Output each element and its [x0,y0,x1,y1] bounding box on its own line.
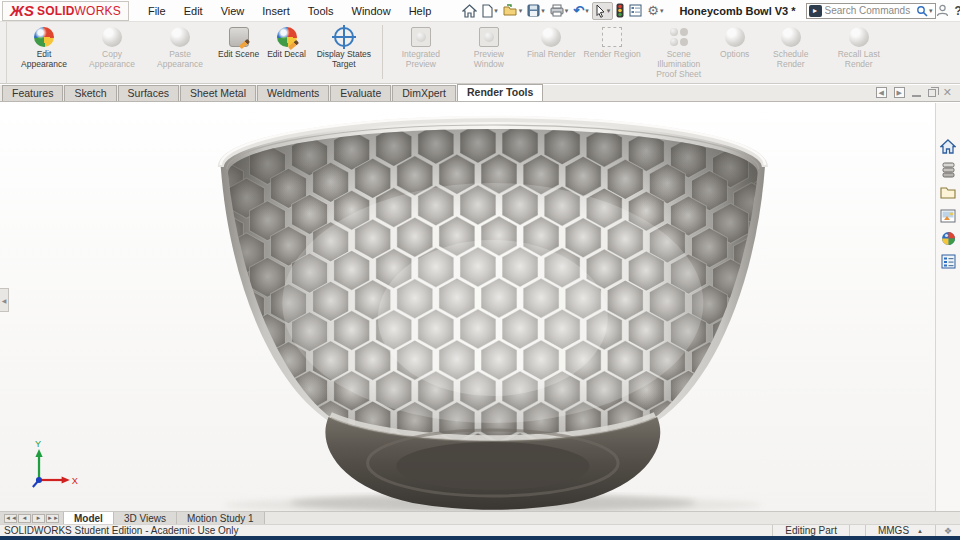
tab-surfaces[interactable]: Surfaces [118,85,179,101]
ribbon-button-label: Schedule Render [761,49,821,69]
menu-window[interactable]: Window [343,2,400,20]
hexagon-hole [713,426,749,466]
search-caret-icon[interactable]: ▾ [929,7,933,15]
edit-scene-button[interactable]: Edit Scene [214,25,263,59]
doc-close-button[interactable]: ✕ [943,86,952,99]
ball-gray-icon [781,27,801,47]
decal-icon [277,27,297,47]
ribbon-group-divider [382,25,383,79]
save-icon[interactable]: ▾ [525,2,547,20]
select-cursor-icon[interactable]: ▾ [592,2,614,20]
first-tab-icon[interactable]: ◄◄ [4,514,17,523]
menu-tools[interactable]: Tools [299,2,343,20]
tab-motion-study-1[interactable]: Motion Study 1 [177,512,265,524]
tab-dimxpert[interactable]: DimXpert [392,85,456,101]
document-title: Honeycomb Bowl V3 * [679,5,795,17]
menu-view[interactable]: View [212,2,254,20]
home-icon[interactable] [460,2,479,20]
hexagon-hole [755,222,791,262]
edit-decal-button[interactable]: Edit Decal [263,25,310,59]
ribbon-button-label: Edit Appearance [14,49,74,69]
search-commands-box[interactable]: ▸ ▾ [806,3,936,19]
ball-color-icon [34,27,54,47]
prev-tab-icon[interactable]: ◄ [18,514,31,523]
taskbar-edge [0,536,960,540]
ball-gray-icon [170,27,190,47]
doc-minimize-button[interactable] [912,88,921,97]
view-palette-icon[interactable] [938,206,959,225]
menu-insert[interactable]: Insert [253,2,299,20]
user-account-icon[interactable] [936,4,949,17]
design-library-icon[interactable] [938,160,959,179]
options-button: Options [713,25,757,59]
menu-bar: FileEditViewInsertToolsWindowHelp [139,2,440,20]
honeycomb-bowl-model[interactable]: Y X [0,103,960,511]
square-gray-icon [411,27,431,47]
tab-3d-views[interactable]: 3D Views [114,512,177,524]
ball-gray-icon [102,27,122,47]
tab-features[interactable]: Features [2,85,63,101]
paste-appearance-button: Paste Appearance [146,25,214,69]
tab-render-tools[interactable]: Render Tools [457,84,543,101]
ribbon-button-label: Render Region [584,49,641,59]
hexagon-hole [207,369,243,409]
tab-sketch[interactable]: Sketch [64,85,116,101]
hexagon-hole [228,342,264,382]
print-icon[interactable]: ▾ [548,2,571,20]
hexagon-hole [755,271,791,311]
ds-logo-icon: ЖS [10,3,34,18]
status-spacer [849,525,865,536]
new-document-icon[interactable]: ▾ [480,2,500,20]
feature-tree-splitter-handle[interactable]: ◀ [0,288,9,312]
open-icon[interactable]: ▾ [501,2,525,20]
triad-y-label: Y [35,439,41,449]
menu-edit[interactable]: Edit [175,2,212,20]
orientation-triad: Y X [33,439,78,487]
integrated-preview-button: Integrated Preview [387,25,455,69]
rebuild-traffic-light-icon[interactable] [614,2,626,20]
hexagon-hole [271,399,307,439]
hexagon-hole [207,265,243,305]
tab-evaluate[interactable]: Evaluate [330,85,391,101]
help-icon[interactable]: ? [955,4,960,18]
ribbon-button-label: Edit Decal [267,49,306,59]
status-bar: SOLIDWORKS Student Edition - Academic Us… [0,524,960,536]
hexagon-hole [755,369,791,409]
appearances-scenes-icon[interactable] [938,229,959,248]
collapse-left-icon[interactable]: ◀ [876,87,887,98]
render-tools-ribbon: Edit AppearanceCopy AppearancePaste Appe… [0,22,960,84]
tab-sheet-metal[interactable]: Sheet Metal [180,85,256,101]
hexagon-hole [249,427,285,467]
search-input[interactable] [822,5,916,16]
tab-model[interactable]: Model [64,512,114,524]
file-explorer-icon[interactable] [938,183,959,202]
tags-icon[interactable]: ❖ [935,525,960,536]
menu-help[interactable]: Help [400,2,441,20]
preview-window-button: Preview Window [455,25,523,69]
ribbon-button-label: Edit Scene [218,49,259,59]
file-properties-icon[interactable] [627,2,644,20]
graphics-viewport[interactable]: Y X ◀ [0,103,960,511]
tab-weldments[interactable]: Weldments [257,85,329,101]
edit-appearance-button[interactable]: Edit Appearance [10,25,78,69]
solidworks-logo: ЖS SOLIDWORKS [2,1,129,21]
search-launch-icon[interactable]: ▸ [809,5,822,17]
doc-restore-button[interactable] [928,89,936,97]
next-tab-icon[interactable]: ► [32,514,45,523]
ribbon-button-label: Preview Window [459,49,519,69]
custom-properties-icon[interactable] [938,252,959,271]
search-icon[interactable] [916,5,928,17]
undo-icon[interactable]: ↶▾ [571,2,590,20]
units-selector[interactable]: MMGS▲ [865,525,935,536]
options-gear-icon[interactable]: ⚙▾ [645,2,665,20]
collapse-right-icon[interactable]: ▶ [894,87,905,98]
hexagon-hole [755,418,791,458]
hexagon-hole [670,429,706,469]
home-icon[interactable] [938,137,959,156]
hexagon-hole [776,296,812,336]
menu-file[interactable]: File [139,2,175,20]
last-tab-icon[interactable]: ►► [46,514,59,523]
target-icon [334,27,354,47]
display-states-target-button[interactable]: Display States Target [310,25,378,69]
ribbon-button-label: Copy Appearance [82,49,142,69]
